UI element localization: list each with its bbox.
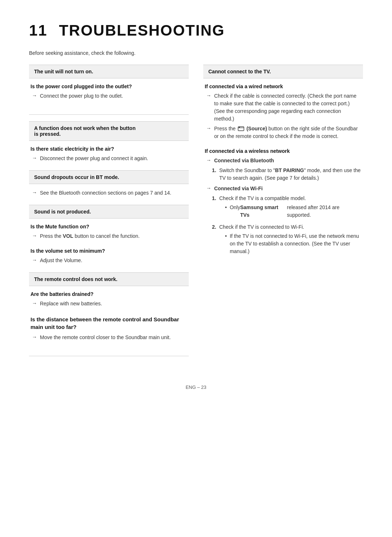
arrow-text: Connected via Bluetooth: [214, 157, 274, 164]
arrow-icon: →: [32, 257, 37, 263]
arrow-icon: →: [32, 93, 37, 98]
page-title: 11 TROUBLESHOOTING: [29, 22, 363, 39]
subsection-static-electricity: Is there static electricity in the air? …: [29, 146, 189, 164]
list-item: 2. Check if the TV is connected to Wi-Fi…: [212, 223, 362, 257]
bullet-item: If the TV is not connected to Wi-Fi, use…: [225, 232, 362, 255]
subsection-batteries: Are the batteries drained? → Replace wit…: [29, 291, 189, 310]
bullet-list: Only Samsung smart TVs released after 20…: [225, 204, 362, 219]
subsection-power-cord: Is the power cord plugged into the outle…: [29, 84, 189, 102]
arrow-item: → Press the VOL button to cancel the fun…: [30, 232, 187, 240]
list-text: Switch the Soundbar to "BT PAIRING" mode…: [219, 167, 362, 182]
mute-title: Is the Mute function on?: [30, 224, 187, 229]
arrow-icon: →: [206, 185, 211, 191]
list-num: 1.: [212, 195, 219, 202]
section-sound-dropouts-header: Sound dropouts occur in BT mode.: [29, 170, 189, 184]
arrow-icon: →: [206, 157, 211, 163]
arrow-icon: →: [206, 93, 211, 98]
chapter-number: 11: [29, 22, 48, 39]
static-electricity-title: Is there static electricity in the air?: [30, 146, 187, 152]
arrow-text: Check if the cable is connected correctl…: [214, 92, 362, 123]
wifi-numbered-list: 1. Check if the TV is a compatible model…: [205, 195, 362, 257]
page-footer: ENG – 23: [29, 385, 363, 390]
list-text-container: Check if the TV is connected to Wi-Fi. I…: [219, 223, 362, 257]
section-function-not-work-header: A function does not work when the button…: [29, 121, 189, 141]
arrow-item: → Adjust the Volume.: [30, 257, 187, 264]
bt-numbered-list: 1. Switch the Soundbar to "BT PAIRING" m…: [205, 167, 362, 182]
list-text-container: Check if the TV is a compatible model. O…: [219, 195, 362, 220]
arrow-item: → Move the remote control closer to the …: [30, 334, 187, 341]
arrow-text: Press the VOL button to cancel the funct…: [40, 232, 140, 240]
arrow-icon: →: [206, 125, 211, 131]
bullet-list: If the TV is not connected to Wi-Fi, use…: [225, 232, 362, 255]
arrow-item-cable: → Check if the cable is connected correc…: [205, 92, 362, 123]
arrow-text: Press the (Source) button on the right s…: [214, 125, 362, 140]
arrow-text: Replace with new batteries.: [40, 300, 102, 308]
main-content: The unit will not turn on. Is the power …: [29, 65, 363, 363]
wireless-network-title: If connected via a wireless network: [205, 148, 362, 154]
arrow-text: Adjust the Volume.: [40, 257, 82, 264]
arrow-item: → See the Bluetooth connection sections …: [30, 189, 187, 197]
list-text: Check if the TV is a compatible model.: [219, 195, 306, 201]
list-item: 1. Check if the TV is a compatible model…: [212, 195, 362, 220]
bullet-item: Only Samsung smart TVs released after 20…: [225, 204, 362, 219]
arrow-icon: →: [32, 300, 37, 306]
arrow-icon: →: [32, 334, 37, 340]
subsection-volume: Is the volume set to minimum? → Adjust t…: [29, 248, 189, 267]
arrow-item: → Replace with new batteries.: [30, 300, 187, 308]
arrow-icon: →: [32, 155, 37, 161]
arrow-item: → Disconnect the power plug and connect …: [30, 155, 187, 162]
title-text: TROUBLESHOOTING: [59, 22, 225, 39]
left-column: The unit will not turn on. Is the power …: [29, 65, 189, 363]
intro-text: Before seeking assistance, check the fol…: [29, 50, 363, 56]
section-unit-wont-turn-on-header: The unit will not turn on.: [29, 65, 189, 78]
distance-title: Is the distance between the remote contr…: [30, 316, 187, 331]
arrow-text: Connected via Wi-Fi: [214, 185, 263, 192]
list-num: 2.: [212, 223, 219, 231]
arrow-icon: →: [32, 233, 37, 239]
list-text: Check if the TV is connected to Wi-Fi.: [219, 224, 304, 230]
arrow-item: → Connect the power plug to the outlet.: [30, 92, 187, 100]
arrow-icon: →: [32, 190, 37, 195]
arrow-text: See the Bluetooth connection sections on…: [40, 189, 171, 197]
source-icon: [238, 126, 244, 131]
section-remote-not-work-header: The remote control does not work.: [29, 272, 189, 286]
footer-text: ENG – 23: [185, 385, 206, 390]
list-item: 1. Switch the Soundbar to "BT PAIRING" m…: [212, 167, 362, 182]
subsection-bt-sections: → See the Bluetooth connection sections …: [29, 189, 189, 199]
volume-title: Is the volume set to minimum?: [30, 248, 187, 254]
right-column: Cannot connect to the TV. If connected v…: [203, 65, 363, 363]
divider-bottom-left: [29, 356, 189, 356]
subsection-wireless-network: If connected via a wireless network → Co…: [203, 148, 363, 260]
subsection-mute: Is the Mute function on? → Press the VOL…: [29, 224, 189, 242]
section-cannot-connect-header: Cannot connect to the TV.: [203, 65, 363, 78]
arrow-item-wifi: → Connected via Wi-Fi: [205, 185, 362, 192]
subsection-distance: Is the distance between the remote contr…: [29, 316, 189, 343]
svg-rect-2: [239, 127, 240, 128]
arrow-text: Move the remote control closer to the So…: [40, 334, 171, 341]
list-num: 1.: [212, 167, 219, 174]
arrow-text: Disconnect the power plug and connect it…: [40, 155, 148, 162]
wired-network-title: If connected via a wired network: [205, 84, 362, 89]
arrow-item-bt: → Connected via Bluetooth: [205, 157, 362, 164]
divider: [29, 114, 189, 115]
arrow-text: Connect the power plug to the outlet.: [40, 92, 123, 100]
batteries-title: Are the batteries drained?: [30, 291, 187, 297]
section-sound-not-produced-header: Sound is not produced.: [29, 205, 189, 219]
power-cord-title: Is the power cord plugged into the outle…: [30, 84, 187, 89]
subsection-wired-network: If connected via a wired network → Check…: [203, 84, 363, 142]
arrow-item-source: → Press the (Source) button on the right…: [205, 125, 362, 140]
